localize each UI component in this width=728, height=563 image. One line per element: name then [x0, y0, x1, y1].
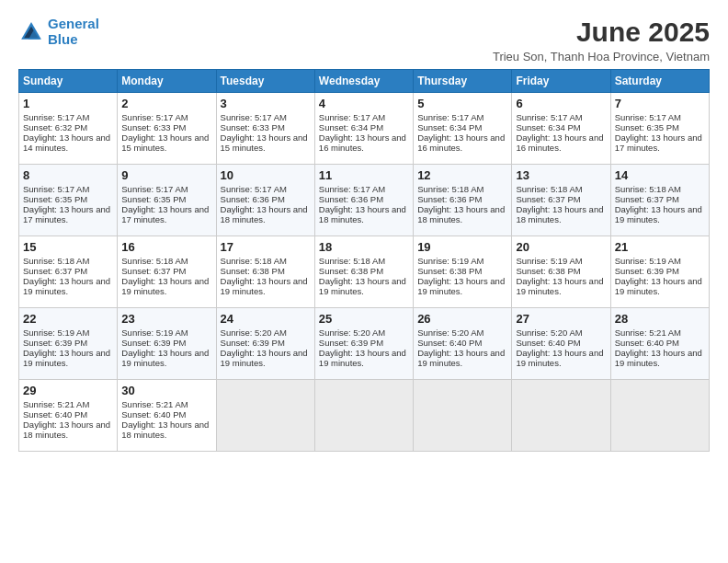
- daylight-text: Daylight: 13 hours and 18 minutes.: [121, 419, 209, 440]
- sunset-text: Sunset: 6:37 PM: [121, 266, 186, 276]
- sunset-text: Sunset: 6:36 PM: [319, 194, 383, 204]
- week-row-3: 15Sunrise: 5:18 AMSunset: 6:37 PMDayligh…: [19, 236, 710, 308]
- sunrise-text: Sunrise: 5:21 AM: [121, 399, 188, 409]
- sunset-text: Sunset: 6:38 PM: [319, 266, 383, 276]
- calendar-subtitle: Trieu Son, Thanh Hoa Province, Vietnam: [493, 50, 710, 63]
- day-cell: [314, 380, 413, 452]
- day-cell: [610, 380, 709, 452]
- day-cell: 27Sunrise: 5:20 AMSunset: 6:40 PMDayligh…: [512, 308, 610, 380]
- day-cell: 2Sunrise: 5:17 AMSunset: 6:33 PMDaylight…: [118, 93, 216, 165]
- daylight-text: Daylight: 13 hours and 18 minutes.: [516, 204, 603, 224]
- day-cell: 22Sunrise: 5:19 AMSunset: 6:39 PMDayligh…: [19, 308, 118, 380]
- sunrise-text: Sunrise: 5:20 AM: [417, 327, 483, 338]
- day-number: 10: [221, 168, 311, 182]
- calendar-table: Sunday Monday Tuesday Wednesday Thursday…: [18, 69, 710, 452]
- daylight-text: Daylight: 13 hours and 19 minutes.: [23, 348, 110, 368]
- logo-icon: [18, 19, 44, 45]
- calendar-title: June 2025: [493, 17, 710, 48]
- sunrise-text: Sunrise: 5:21 AM: [615, 327, 681, 338]
- sunset-text: Sunset: 6:35 PM: [615, 122, 679, 132]
- daylight-text: Daylight: 13 hours and 19 minutes.: [221, 276, 308, 296]
- sunset-text: Sunset: 6:33 PM: [121, 122, 186, 132]
- col-saturday: Saturday: [610, 70, 709, 93]
- day-cell: 1Sunrise: 5:17 AMSunset: 6:32 PMDaylight…: [19, 93, 118, 165]
- sunrise-text: Sunrise: 5:17 AM: [121, 112, 188, 122]
- daylight-text: Daylight: 13 hours and 17 minutes.: [615, 132, 702, 153]
- day-cell: [512, 380, 610, 452]
- day-number: 25: [319, 312, 409, 326]
- day-number: 21: [615, 240, 705, 254]
- sunset-text: Sunset: 6:34 PM: [417, 122, 482, 132]
- day-cell: 13Sunrise: 5:18 AMSunset: 6:37 PMDayligh…: [512, 165, 610, 236]
- day-cell: 30Sunrise: 5:21 AMSunset: 6:40 PMDayligh…: [118, 380, 216, 452]
- logo-line2: Blue: [48, 31, 78, 47]
- day-cell: 19Sunrise: 5:19 AMSunset: 6:38 PMDayligh…: [414, 236, 512, 308]
- week-row-1: 1Sunrise: 5:17 AMSunset: 6:32 PMDaylight…: [19, 93, 710, 165]
- header: General Blue June 2025 Trieu Son, Thanh …: [18, 17, 710, 63]
- day-number: 13: [516, 168, 606, 182]
- day-cell: 7Sunrise: 5:17 AMSunset: 6:35 PMDaylight…: [610, 93, 709, 165]
- day-number: 27: [516, 312, 606, 326]
- day-cell: 8Sunrise: 5:17 AMSunset: 6:35 PMDaylight…: [19, 165, 118, 236]
- day-number: 2: [121, 97, 211, 110]
- daylight-text: Daylight: 13 hours and 19 minutes.: [615, 204, 702, 224]
- daylight-text: Daylight: 13 hours and 19 minutes.: [23, 276, 110, 296]
- day-number: 28: [615, 312, 705, 326]
- day-number: 14: [615, 168, 705, 182]
- day-cell: 23Sunrise: 5:19 AMSunset: 6:39 PMDayligh…: [118, 308, 216, 380]
- day-number: 4: [319, 97, 409, 110]
- sunrise-text: Sunrise: 5:19 AM: [121, 327, 188, 338]
- day-number: 19: [417, 240, 507, 254]
- day-cell: 16Sunrise: 5:18 AMSunset: 6:37 PMDayligh…: [118, 236, 216, 308]
- sunset-text: Sunset: 6:36 PM: [417, 194, 482, 204]
- day-cell: [414, 380, 512, 452]
- day-number: 9: [121, 168, 211, 182]
- sunset-text: Sunset: 6:35 PM: [23, 194, 87, 204]
- day-cell: 11Sunrise: 5:17 AMSunset: 6:36 PMDayligh…: [314, 165, 413, 236]
- sunrise-text: Sunrise: 5:20 AM: [221, 327, 287, 338]
- day-number: 16: [121, 240, 211, 254]
- daylight-text: Daylight: 13 hours and 17 minutes.: [121, 204, 209, 224]
- sunset-text: Sunset: 6:37 PM: [516, 194, 580, 204]
- sunrise-text: Sunrise: 5:18 AM: [221, 256, 287, 266]
- daylight-text: Daylight: 13 hours and 15 minutes.: [121, 132, 209, 153]
- day-cell: 18Sunrise: 5:18 AMSunset: 6:38 PMDayligh…: [314, 236, 413, 308]
- sunset-text: Sunset: 6:38 PM: [516, 266, 580, 276]
- day-number: 7: [615, 97, 705, 110]
- sunrise-text: Sunrise: 5:19 AM: [23, 327, 89, 338]
- day-cell: 14Sunrise: 5:18 AMSunset: 6:37 PMDayligh…: [610, 165, 709, 236]
- col-friday: Friday: [512, 70, 610, 93]
- day-cell: 21Sunrise: 5:19 AMSunset: 6:39 PMDayligh…: [610, 236, 709, 308]
- col-monday: Monday: [118, 70, 216, 93]
- col-sunday: Sunday: [19, 70, 118, 93]
- sunrise-text: Sunrise: 5:20 AM: [319, 327, 385, 338]
- logo-text: General Blue: [48, 17, 99, 47]
- day-cell: 6Sunrise: 5:17 AMSunset: 6:34 PMDaylight…: [512, 93, 610, 165]
- daylight-text: Daylight: 13 hours and 19 minutes.: [615, 276, 702, 296]
- sunrise-text: Sunrise: 5:17 AM: [615, 112, 681, 122]
- day-number: 6: [516, 97, 606, 110]
- day-cell: [216, 380, 314, 452]
- week-row-5: 29Sunrise: 5:21 AMSunset: 6:40 PMDayligh…: [19, 380, 710, 452]
- day-number: 3: [221, 97, 311, 110]
- day-cell: 3Sunrise: 5:17 AMSunset: 6:33 PMDaylight…: [216, 93, 314, 165]
- sunrise-text: Sunrise: 5:21 AM: [23, 399, 89, 409]
- sunset-text: Sunset: 6:39 PM: [319, 338, 383, 348]
- day-cell: 10Sunrise: 5:17 AMSunset: 6:36 PMDayligh…: [216, 165, 314, 236]
- day-number: 26: [417, 312, 507, 326]
- sunrise-text: Sunrise: 5:18 AM: [417, 184, 483, 194]
- day-cell: 20Sunrise: 5:19 AMSunset: 6:38 PMDayligh…: [512, 236, 610, 308]
- sunrise-text: Sunrise: 5:17 AM: [516, 112, 582, 122]
- sunrise-text: Sunrise: 5:17 AM: [319, 184, 385, 194]
- sunset-text: Sunset: 6:34 PM: [319, 122, 383, 132]
- sunset-text: Sunset: 6:34 PM: [516, 122, 580, 132]
- daylight-text: Daylight: 13 hours and 19 minutes.: [319, 276, 406, 296]
- sunrise-text: Sunrise: 5:19 AM: [417, 256, 483, 266]
- sunset-text: Sunset: 6:38 PM: [221, 266, 285, 276]
- day-number: 15: [23, 240, 113, 254]
- sunset-text: Sunset: 6:32 PM: [23, 122, 87, 132]
- logo: General Blue: [18, 17, 99, 47]
- day-cell: 26Sunrise: 5:20 AMSunset: 6:40 PMDayligh…: [414, 308, 512, 380]
- daylight-text: Daylight: 13 hours and 14 minutes.: [23, 132, 110, 153]
- week-row-2: 8Sunrise: 5:17 AMSunset: 6:35 PMDaylight…: [19, 165, 710, 236]
